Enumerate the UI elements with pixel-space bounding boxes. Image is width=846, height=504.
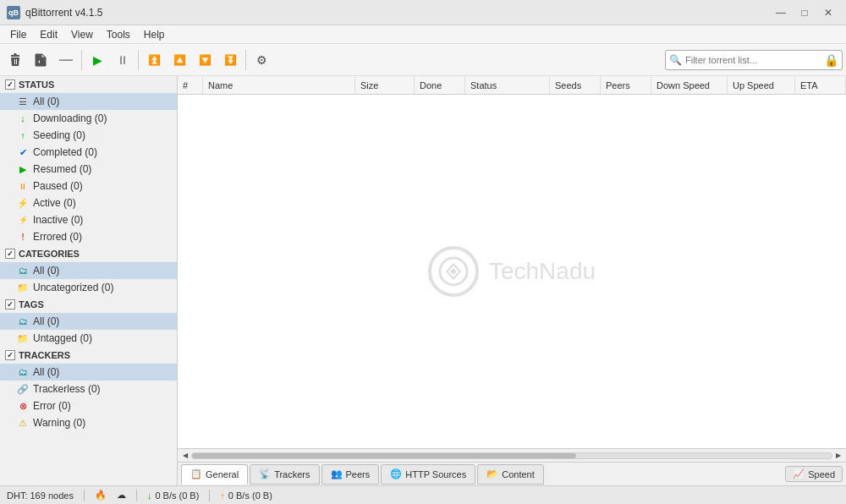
h-scrollbar[interactable]: ◀ ▶ [178, 448, 846, 462]
sidebar-item-completed[interactable]: ✔ Completed (0) [0, 144, 177, 161]
toolbar-sep-3 [245, 50, 246, 70]
scroll-left-arrow[interactable]: ◀ [179, 450, 191, 462]
scroll-right-arrow[interactable]: ▶ [832, 450, 844, 462]
active-icon: ⚡ [17, 197, 29, 209]
flame-icon: 🔥 [95, 490, 107, 501]
h-scrollbar-thumb[interactable] [192, 453, 576, 458]
speed-graph-icon: 📈 [793, 468, 805, 479]
sidebar-item-all-trackers[interactable]: 🗂 All (0) [0, 364, 177, 381]
down-speed-icon: ↓ [147, 490, 152, 501]
search-input[interactable] [685, 55, 821, 65]
sidebar-item-untagged[interactable]: 📁 Untagged (0) [0, 330, 177, 347]
priority-up-button[interactable]: 🔼 [168, 48, 191, 72]
trackers-checkbox[interactable]: ✓ [5, 350, 15, 360]
menu-edit[interactable]: Edit [33, 27, 64, 42]
sidebar-item-tracker-warning[interactable]: ⚠ Warning (0) [0, 414, 177, 431]
up-speed-icon: ↑ [220, 490, 225, 501]
col-number[interactable]: # [178, 76, 203, 94]
toolbar-sep-1 [81, 50, 82, 70]
tags-checkbox[interactable]: ✓ [5, 299, 15, 310]
tab-http-sources[interactable]: 🌐 HTTP Sources [381, 464, 475, 485]
categories-checkbox[interactable]: ✓ [5, 249, 15, 259]
col-downspeed[interactable]: Down Speed [651, 76, 728, 94]
priority-top-button[interactable]: ⏫ [142, 48, 166, 72]
lock-icon: 🔒 [824, 53, 838, 67]
col-name[interactable]: Name [203, 76, 355, 94]
flame-icon-segment: 🔥 [95, 490, 107, 501]
sidebar-item-trackerless[interactable]: 🔗 Trackerless (0) [0, 381, 177, 397]
trackers-tab-label: Trackers [274, 469, 310, 479]
downloading-icon: ↓ [17, 112, 29, 124]
tab-trackers[interactable]: 📡 Trackers [250, 464, 319, 485]
sidebar-item-errored[interactable]: ! Errored (0) [0, 228, 177, 245]
col-upspeed[interactable]: Up Speed [728, 76, 795, 94]
down-speed-label: 0 B/s (0 B) [155, 490, 199, 501]
add-torrent-link-button[interactable] [3, 48, 27, 72]
sidebar: ✓ STATUS ☰ All (0) ↓ Downloading (0) ↑ S… [0, 76, 178, 485]
col-size[interactable]: Size [355, 76, 415, 94]
status-section-header: ✓ STATUS [0, 76, 177, 93]
status-checkbox[interactable]: ✓ [5, 79, 15, 90]
remove-torrent-button[interactable]: — [54, 48, 78, 72]
menu-tools[interactable]: Tools [100, 27, 137, 42]
sidebar-item-all-status[interactable]: ☰ All (0) [0, 93, 177, 110]
sidebar-item-resumed[interactable]: ▶ Resumed (0) [0, 161, 177, 178]
speed-button[interactable]: 📈 Speed [785, 466, 843, 482]
general-tab-icon: 📋 [190, 468, 202, 479]
sidebar-item-inactive[interactable]: ⚡ Inactive (0) [0, 211, 177, 228]
sidebar-item-all-tags[interactable]: 🗂 All (0) [0, 313, 177, 330]
tab-peers[interactable]: 👥 Peers [321, 464, 380, 485]
col-eta[interactable]: ETA [795, 76, 846, 94]
menu-help[interactable]: Help [137, 27, 172, 42]
pause-button[interactable]: ⏸ [111, 48, 135, 72]
status-bar: DHT: 169 nodes 🔥 ☁ ↓ 0 B/s (0 B) ↑ 0 B/s… [0, 485, 846, 504]
col-peers[interactable]: Peers [601, 76, 651, 94]
categories-section-header: ✓ CATEGORIES [0, 245, 177, 262]
sidebar-item-tracker-error[interactable]: ⊗ Error (0) [0, 397, 177, 414]
sidebar-item-seeding[interactable]: ↑ Seeding (0) [0, 127, 177, 144]
main-area: ✓ STATUS ☰ All (0) ↓ Downloading (0) ↑ S… [0, 76, 846, 485]
add-torrent-file-button[interactable] [29, 48, 52, 72]
peers-tab-icon: 👥 [331, 468, 343, 479]
sidebar-item-paused[interactable]: ⏸ Paused (0) [0, 178, 177, 194]
menu-view[interactable]: View [64, 27, 100, 42]
cloud-icon: ☁ [117, 490, 126, 501]
app-title: qBittorrent v4.1.5 [25, 7, 102, 19]
options-button[interactable]: ⚙ [250, 48, 273, 72]
resume-button[interactable]: ▶ [85, 48, 109, 72]
all-categories-icon: 🗂 [17, 265, 29, 277]
close-button[interactable]: ✕ [817, 4, 839, 21]
tags-section-header: ✓ TAGS [0, 296, 177, 313]
trackers-section-header: ✓ TRACKERS [0, 347, 177, 364]
maximize-button[interactable]: □ [794, 4, 816, 21]
search-box: 🔍 🔒 [665, 50, 843, 70]
toolbar-sep-2 [138, 50, 139, 70]
sidebar-item-uncategorized[interactable]: 📁 Uncategorized (0) [0, 279, 177, 296]
sidebar-item-active[interactable]: ⚡ Active (0) [0, 194, 177, 211]
up-speed-label: 0 B/s (0 B) [228, 490, 272, 501]
sidebar-item-downloading[interactable]: ↓ Downloading (0) [0, 110, 177, 127]
sidebar-item-all-categories[interactable]: 🗂 All (0) [0, 262, 177, 279]
cloud-segment: ☁ [117, 490, 126, 501]
all-status-icon: ☰ [17, 96, 29, 107]
priority-down-button[interactable]: 🔽 [193, 48, 217, 72]
dht-segment: DHT: 169 nodes [7, 490, 74, 501]
col-done[interactable]: Done [415, 76, 465, 94]
status-divider-3 [209, 490, 210, 501]
speed-label: Speed [808, 469, 835, 479]
table-body: TechNadu [178, 95, 846, 448]
col-status[interactable]: Status [465, 76, 550, 94]
app-icon: qB [7, 6, 20, 19]
title-bar-left: qB qBittorrent v4.1.5 [7, 6, 102, 19]
tab-content[interactable]: 📂 Content [477, 464, 544, 485]
priority-bottom-button[interactable]: ⏬ [218, 48, 242, 72]
table-header: # Name Size Done Status Seeds Peers Down… [178, 76, 846, 95]
menu-file[interactable]: File [3, 27, 33, 42]
h-scrollbar-track[interactable] [191, 452, 832, 459]
trackerless-icon: 🔗 [17, 383, 29, 395]
minimize-button[interactable]: — [770, 4, 792, 21]
col-seeds[interactable]: Seeds [550, 76, 601, 94]
bottom-tabs: 📋 General 📡 Trackers 👥 Peers 🌐 HTTP Sour… [178, 462, 846, 485]
tab-general[interactable]: 📋 General [181, 464, 248, 485]
watermark-text: TechNadu [489, 258, 596, 285]
